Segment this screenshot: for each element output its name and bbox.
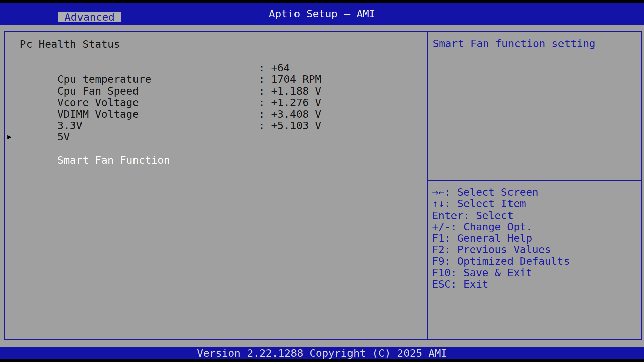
- separator: :: [259, 96, 271, 108]
- sensor-value: : +5.103 V: [259, 120, 321, 131]
- sensor-value: : +64: [259, 62, 290, 73]
- version-bar: Version 2.22.1288 Copyright (C) 2025 AMI: [0, 347, 644, 359]
- sensor-value: : +3.408 V: [259, 108, 321, 120]
- key-hint-enter: Enter: Select: [432, 209, 640, 221]
- separator: :: [259, 73, 271, 85]
- sensor-row: VDIMM Voltage : +1.276 V: [20, 97, 416, 108]
- menu-item-smart-fan-function[interactable]: ▶ Smart Fan Function: [20, 131, 416, 142]
- sensor-value: : 1704 RPM: [259, 73, 321, 85]
- sensor-value: : +1.188 V: [259, 85, 321, 97]
- key-hint-change-opt: +/-: Change Opt.: [432, 221, 640, 232]
- sensor-row: 5V : +5.103 V: [20, 120, 416, 131]
- separator: :: [259, 62, 271, 74]
- submenu-arrow-icon: ▶: [7, 131, 12, 142]
- separator: :: [259, 119, 271, 131]
- key-hint-esc: ESC: Exit: [432, 278, 640, 290]
- separator: :: [259, 85, 271, 97]
- key-hint-select-screen: →←: Select Screen: [432, 186, 640, 198]
- section-title: Pc Health Status: [20, 38, 120, 50]
- panel-divider-vertical: [427, 31, 428, 340]
- key-hints: →←: Select Screen ↑↓: Select Item Enter:…: [432, 186, 640, 290]
- key-hint-f10: F10: Save & Exit: [432, 267, 640, 278]
- sensor-row: Cpu Fan Speed : 1704 RPM: [20, 73, 416, 85]
- key-hint-select-item: ↑↓: Select Item: [432, 198, 640, 209]
- key-hint-f9: F9: Optimized Defaults: [432, 255, 640, 267]
- key-hint-f1: F1: General Help: [432, 232, 640, 244]
- help-text: Smart Fan function setting: [433, 38, 637, 49]
- sensor-list: Cpu temperature : +64 Cpu Fan Speed : 17…: [20, 62, 416, 143]
- tab-advanced[interactable]: Advanced: [58, 12, 121, 22]
- help-divider-horizontal: [428, 180, 642, 181]
- sensor-row: Cpu temperature : +64: [20, 62, 416, 73]
- sensor-row: 3.3V : +3.408 V: [20, 108, 416, 120]
- menu-item-label: Smart Fan Function: [57, 154, 170, 166]
- sensor-value: : +1.276 V: [259, 97, 321, 108]
- bios-screen: Aptio Setup — AMI Advanced Pc Health Sta…: [0, 0, 644, 362]
- sensor-row: Vcore Voltage : +1.188 V: [20, 85, 416, 97]
- key-hint-f2: F2: Previous Values: [432, 244, 640, 255]
- separator: :: [259, 108, 271, 120]
